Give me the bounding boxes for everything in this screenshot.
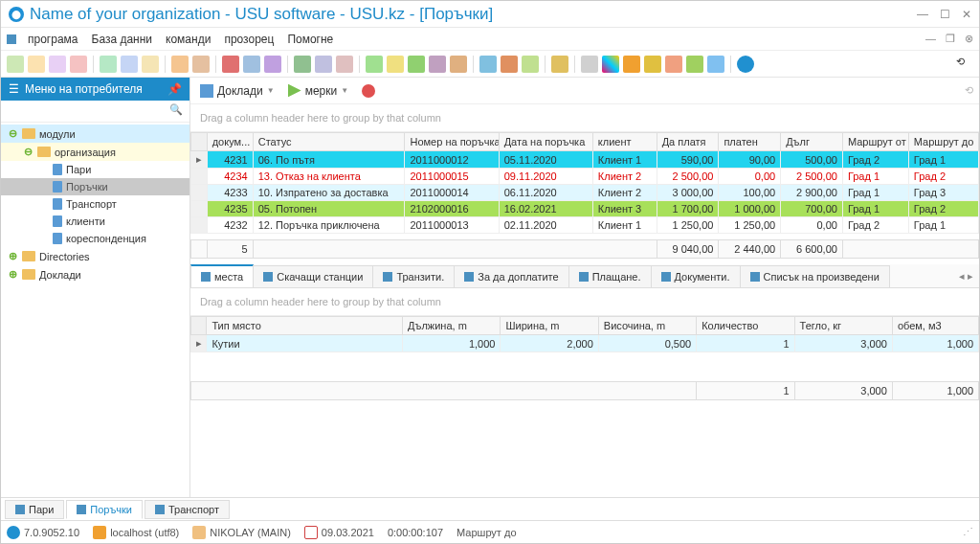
menu-commands[interactable]: команди <box>160 31 216 48</box>
tb-rss-icon[interactable] <box>623 56 640 73</box>
tb-export-icon[interactable] <box>429 56 446 73</box>
measures-dropdown[interactable]: мерки ▼ <box>284 82 352 100</box>
menu-database[interactable]: База данни <box>86 31 159 48</box>
tree-organization[interactable]: ⊖ организация <box>1 143 189 161</box>
col-from[interactable]: Маршрут от <box>842 133 908 151</box>
sync-icon[interactable]: ⟲ <box>965 84 973 97</box>
grid-row[interactable]: 423413. Отказ на клиента2011000015 09.11… <box>191 169 979 185</box>
grid-row[interactable]: 423212. Поръчка приключена2011000013 02.… <box>191 217 979 234</box>
tree-correspondence[interactable]: кореспонденция <box>1 230 189 247</box>
tree-directories[interactable]: ⊕ Directories <box>1 247 189 265</box>
tb-sum-icon[interactable] <box>336 56 353 73</box>
tree-clients[interactable]: клиенти <box>1 213 189 230</box>
tb-light-icon[interactable] <box>142 56 159 73</box>
detail-row[interactable]: ▸ Кутии 1,000 2,000 0,500 1 3,000 1,000 <box>191 335 979 352</box>
tab-documents[interactable]: Документи. <box>651 265 741 287</box>
tab-surcharge[interactable]: За да доплатите <box>454 265 568 287</box>
grid-row[interactable]: 423310. Изпратено за доставка2011000014 … <box>191 185 979 201</box>
tb-note-icon[interactable] <box>387 56 404 73</box>
menu-program[interactable]: програма <box>22 31 84 48</box>
tb-file-icon[interactable] <box>264 56 281 73</box>
mdi-close-button[interactable]: ⊗ <box>965 33 973 45</box>
col-doc[interactable]: докум... <box>207 133 253 151</box>
tb-open-icon[interactable] <box>28 56 45 73</box>
tb-import-icon[interactable] <box>450 56 467 73</box>
stop-button[interactable] <box>358 82 379 100</box>
grid-row[interactable]: 423505. Потопен2102000016 16.02.2021Клие… <box>191 201 979 217</box>
mdi-restore-button[interactable]: ❐ <box>946 33 955 45</box>
orders-grid[interactable]: докум... Статус Номер на поръчка Дата на… <box>190 132 979 259</box>
collapse-icon[interactable]: ⊖ <box>22 146 33 158</box>
detail-group-hint[interactable]: Drag a column header here to group by th… <box>190 288 979 316</box>
grid-row[interactable]: ▸ 423106. По пътя2011000012 05.11.2020Кл… <box>191 151 979 169</box>
btab-orders[interactable]: Поръчки <box>66 500 143 519</box>
tb-search-icon[interactable] <box>121 56 138 73</box>
expand-icon[interactable]: ⊕ <box>7 250 18 262</box>
tab-stations[interactable]: Скачащи станции <box>253 265 373 287</box>
tab-produced[interactable]: Списък на произведени <box>740 265 890 287</box>
expand-icon[interactable]: ⊕ <box>7 268 18 281</box>
tb-window-icon[interactable] <box>479 56 497 73</box>
user: NIKOLAY (MAIN) <box>210 527 291 538</box>
tree-transport[interactable]: Транспорт <box>1 195 189 213</box>
tb-flag-icon[interactable] <box>222 56 239 73</box>
search-icon[interactable]: 🔍 <box>166 103 187 119</box>
grid-header-row[interactable]: докум... Статус Номер на поръчка Дата на… <box>191 133 979 151</box>
menu-help[interactable]: Помогне <box>281 31 339 48</box>
close-button[interactable]: ✕ <box>962 8 971 21</box>
tab-places[interactable]: места <box>190 264 254 287</box>
maximize-button[interactable]: ☐ <box>940 8 950 21</box>
tb-filter-icon[interactable] <box>171 56 189 73</box>
col-client[interactable]: клиент <box>592 133 657 151</box>
tree-orders[interactable]: Поръчки <box>1 178 189 195</box>
btab-transport[interactable]: Транспорт <box>145 500 230 519</box>
tb-copy-icon[interactable] <box>49 56 66 73</box>
tb-tree-icon[interactable] <box>294 56 311 73</box>
tb-excel-icon[interactable] <box>408 56 425 73</box>
tb-user-icon[interactable] <box>665 56 682 73</box>
col-paid[interactable]: платен <box>719 133 781 151</box>
tabs-scroll[interactable]: ◂ ▸ <box>953 270 979 283</box>
tb-users-icon[interactable] <box>686 56 703 73</box>
tb-refresh-icon[interactable] <box>100 56 117 73</box>
detail-grid[interactable]: Тип място Дължина, m Ширина, m Височина,… <box>190 316 979 497</box>
search-input[interactable] <box>4 103 166 119</box>
tab-transits[interactable]: Транзити. <box>372 265 455 287</box>
col-status[interactable]: Статус <box>253 133 405 151</box>
detail-header-row[interactable]: Тип място Дължина, m Ширина, m Височина,… <box>191 317 979 335</box>
col-to[interactable]: Маршрут до <box>908 133 978 151</box>
tb-list-icon[interactable] <box>522 56 539 73</box>
col-date[interactable]: Дата на поръчка <box>499 133 592 151</box>
tab-payment[interactable]: Плащане. <box>568 265 652 287</box>
folder-icon <box>22 251 35 261</box>
tb-star-icon[interactable] <box>551 56 568 73</box>
btab-pari[interactable]: Пари <box>5 500 64 519</box>
collapse-icon[interactable]: ⊖ <box>7 127 18 140</box>
mdi-minimize-button[interactable]: — <box>925 33 936 45</box>
tb-info-icon[interactable] <box>737 56 754 73</box>
tree-pari[interactable]: Пари <box>1 161 189 178</box>
tb-filter2-icon[interactable] <box>192 56 210 73</box>
col-topay[interactable]: Да платя <box>657 133 719 151</box>
tb-color-icon[interactable] <box>602 56 619 73</box>
reports-dropdown[interactable]: Доклади ▼ <box>196 82 278 100</box>
tb-lock-icon[interactable] <box>644 56 661 73</box>
tb-image-icon[interactable] <box>243 56 260 73</box>
tb-wand-icon[interactable] <box>707 56 724 73</box>
tb-delete-icon[interactable] <box>70 56 87 73</box>
tb-gear-icon[interactable] <box>581 56 598 73</box>
minimize-button[interactable]: — <box>917 8 928 21</box>
tb-config-icon[interactable] <box>501 56 518 73</box>
tree-reports[interactable]: ⊕ Доклади <box>1 265 189 283</box>
tree-modules[interactable]: ⊖ модули <box>1 125 189 143</box>
col-orderno[interactable]: Номер на поръчка <box>405 133 499 151</box>
tb-sync-icon[interactable]: ⟲ <box>956 56 973 73</box>
pin-icon[interactable]: 📌 <box>167 82 182 96</box>
resize-grip-icon[interactable]: ⋰ <box>963 526 973 538</box>
tb-check-icon[interactable] <box>315 56 332 73</box>
tb-add-icon[interactable] <box>366 56 383 73</box>
menu-window[interactable]: прозорец <box>218 31 279 48</box>
group-by-hint[interactable]: Drag a column header here to group by th… <box>190 104 979 132</box>
col-debt[interactable]: Дълг <box>781 133 843 151</box>
tb-new-icon[interactable] <box>7 56 24 73</box>
